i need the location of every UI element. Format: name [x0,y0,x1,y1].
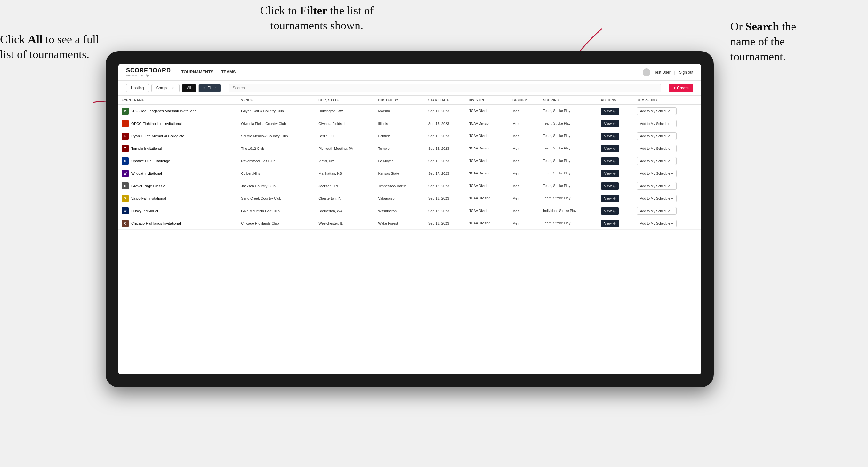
user-avatar [643,68,650,76]
cell-venue-8: Gold Mountain Golf Club [238,205,315,217]
cell-scoring-9: Team, Stroke Play [540,217,597,230]
team-logo-2: F [122,132,129,139]
add-schedule-button-1[interactable]: Add to My Schedule + [637,120,677,127]
col-event-name: EVENT NAME [118,96,238,105]
view-button-1[interactable]: View ⊙ [601,120,619,127]
view-button-6[interactable]: View ⊙ [601,182,619,190]
cell-hosted-8: Washington [375,205,425,217]
view-button-3[interactable]: View ⊙ [601,145,619,152]
add-schedule-button-9[interactable]: Add to My Schedule + [637,220,677,227]
cell-date-7: Sep 18, 2023 [425,192,465,205]
table-row: M 2023 Joe Feaganes Marshall Invitationa… [118,105,701,118]
filter-button[interactable]: ≡ Filter [198,84,221,92]
cell-actions-6: View ⊙ [597,180,633,192]
nav-tab-teams[interactable]: TEAMS [221,68,236,76]
create-button[interactable]: + Create [669,84,693,92]
cell-competing-8: Add to My Schedule + [633,205,701,217]
cell-division-3: NCAA Division I [465,143,509,155]
cell-scoring-8: Individual, Stroke Play [540,205,597,217]
col-division: DIVISION [465,96,509,105]
table-row: G Grover Page Classic Jackson Country Cl… [118,180,701,192]
nav-tabs: TOURNAMENTS TEAMS [181,68,643,76]
cell-gender-5: Men [509,167,540,180]
cell-hosted-4: Le Moyne [375,155,425,167]
tablet-frame: SCOREBOARD Powered by clippd TOURNAMENTS… [105,51,714,387]
cell-city-0: Huntington, WV [315,105,375,118]
cell-actions-0: View ⊙ [597,105,633,118]
view-button-8[interactable]: View ⊙ [601,208,619,215]
all-tab[interactable]: All [182,84,196,92]
add-schedule-button-4[interactable]: Add to My Schedule + [637,157,677,165]
cell-competing-1: Add to My Schedule + [633,118,701,130]
tournaments-table: EVENT NAME VENUE CITY, STATE HOSTED BY S… [118,96,701,230]
header-right: Test User | Sign out [643,68,693,76]
user-name: Test User [654,70,671,74]
cell-hosted-6: Tennessee-Martin [375,180,425,192]
separator: | [674,70,675,74]
cell-date-6: Sep 18, 2023 [425,180,465,192]
cell-venue-4: Ravenwood Golf Club [238,155,315,167]
cell-division-2: NCAA Division I [465,130,509,143]
view-button-2[interactable]: View ⊙ [601,132,619,140]
col-scoring: SCORING [540,96,597,105]
team-logo-5: W [122,170,129,177]
cell-gender-9: Men [509,217,540,230]
cell-date-0: Sep 11, 2023 [425,105,465,118]
view-button-9[interactable]: View ⊙ [601,220,619,227]
app-header: SCOREBOARD Powered by clippd TOURNAMENTS… [118,64,701,81]
cell-date-4: Sep 16, 2023 [425,155,465,167]
add-schedule-button-3[interactable]: Add to My Schedule + [637,145,677,152]
team-logo-8: W [122,208,129,214]
search-input[interactable] [228,84,661,92]
annotation-topright: Or Search thename of thetournament. [731,19,859,64]
view-button-5[interactable]: View ⊙ [601,170,619,177]
add-schedule-button-5[interactable]: Add to My Schedule + [637,169,677,177]
table-row: W Husky Individual Gold Mountain Golf Cl… [118,205,701,217]
cell-scoring-4: Team, Stroke Play [540,155,597,167]
nav-tab-tournaments[interactable]: TOURNAMENTS [181,68,214,76]
view-button-0[interactable]: View ⊙ [601,107,619,115]
add-schedule-button-6[interactable]: Add to My Schedule + [637,182,677,190]
event-name-5: Wildcat Invitational [131,172,162,176]
add-schedule-button-8[interactable]: Add to My Schedule + [637,207,677,215]
hosting-tab[interactable]: Hosting [126,84,149,92]
team-logo-3: T [122,145,129,152]
cell-division-4: NCAA Division I [465,155,509,167]
cell-venue-7: Sand Creek Country Club [238,192,315,205]
cell-hosted-5: Kansas State [375,167,425,180]
event-name-2: Ryan T. Lee Memorial Collegiate [131,134,184,138]
cell-actions-7: View ⊙ [597,192,633,205]
cell-hosted-9: Wake Forest [375,217,425,230]
col-actions: ACTIONS [597,96,633,105]
team-logo-6: G [122,182,129,189]
view-button-7[interactable]: View ⊙ [601,195,619,202]
view-button-4[interactable]: View ⊙ [601,157,619,165]
cell-gender-0: Men [509,105,540,118]
cell-event-3: T Temple Invitational [118,143,238,155]
cell-date-9: Sep 18, 2023 [425,217,465,230]
competing-tab[interactable]: Competing [151,84,180,92]
cell-city-5: Manhattan, KS [315,167,375,180]
cell-scoring-2: Team, Stroke Play [540,130,597,143]
cell-competing-2: Add to My Schedule + [633,130,701,143]
add-schedule-button-0[interactable]: Add to My Schedule + [637,107,677,115]
cell-scoring-0: Team, Stroke Play [540,105,597,118]
add-schedule-button-2[interactable]: Add to My Schedule + [637,132,677,140]
cell-venue-3: The 1912 Club [238,143,315,155]
event-name-0: 2023 Joe Feaganes Marshall Invitational [131,109,197,113]
col-competing: COMPETING [633,96,701,105]
cell-date-8: Sep 18, 2023 [425,205,465,217]
cell-venue-9: Chicago Highlands Club [238,217,315,230]
cell-gender-1: Men [509,118,540,130]
col-hosted: HOSTED BY [375,96,425,105]
cell-city-3: Plymouth Meeting, PA [315,143,375,155]
table-row: T Temple Invitational The 1912 Club Plym… [118,143,701,155]
add-schedule-button-7[interactable]: Add to My Schedule + [637,195,677,202]
cell-hosted-2: Fairfield [375,130,425,143]
table-header-row: EVENT NAME VENUE CITY, STATE HOSTED BY S… [118,96,701,105]
cell-gender-2: Men [509,130,540,143]
col-venue: VENUE [238,96,315,105]
cell-actions-5: View ⊙ [597,167,633,180]
cell-venue-5: Colbert Hills [238,167,315,180]
sign-out-link[interactable]: Sign out [679,70,693,74]
